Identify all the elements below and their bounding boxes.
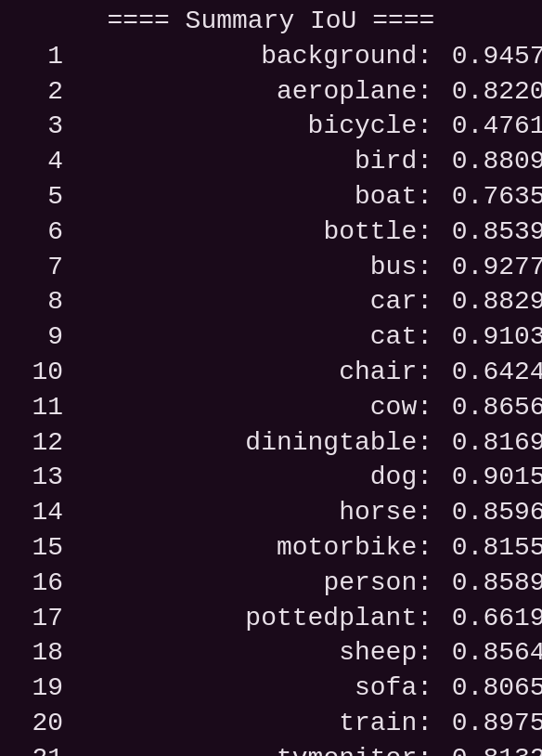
row-label: bird:	[63, 144, 432, 179]
row-value: 0.8065	[432, 671, 535, 706]
row-label: diningtable:	[63, 425, 432, 461]
table-row: 17pottedplant: 0.6619	[7, 601, 535, 636]
row-value: 0.8589	[432, 566, 535, 601]
row-number: 16	[7, 566, 63, 601]
terminal-output: ==== Summary IoU ==== 1background: 0.945…	[7, 4, 535, 756]
row-value: 0.6424	[432, 355, 535, 390]
table-row: 18sheep: 0.8564	[7, 635, 535, 671]
table-row: 7bus: 0.9277	[7, 250, 535, 285]
row-label: aeroplane:	[63, 74, 432, 110]
row-value: 0.8564	[432, 635, 535, 671]
row-label: motorbike:	[63, 530, 432, 566]
row-value: 0.9457	[432, 39, 535, 74]
row-number: 7	[7, 250, 63, 285]
row-number: 5	[7, 179, 63, 215]
row-label: sheep:	[63, 635, 432, 671]
table-row: 16person: 0.8589	[7, 566, 535, 601]
row-number: 14	[7, 495, 63, 530]
table-row: 8car: 0.8829	[7, 284, 535, 319]
row-number: 21	[7, 741, 63, 756]
table-row: 4bird: 0.8809	[7, 144, 535, 179]
row-value: 0.9103	[432, 319, 535, 355]
row-number: 1	[7, 39, 63, 74]
row-value: 0.9015	[432, 460, 535, 495]
row-label: sofa:	[63, 671, 432, 706]
row-number: 9	[7, 319, 63, 355]
row-value: 0.6619	[432, 601, 535, 636]
row-label: cow:	[63, 390, 432, 425]
row-number: 12	[7, 425, 63, 461]
row-number: 19	[7, 671, 63, 706]
row-label: bus:	[63, 250, 432, 285]
table-row: 15motorbike: 0.8155	[7, 530, 535, 566]
row-value: 0.8539	[432, 215, 535, 250]
table-row: 1background: 0.9457	[7, 39, 535, 74]
row-number: 13	[7, 460, 63, 495]
table-row: 5boat: 0.7635	[7, 179, 535, 215]
row-value: 0.8220	[432, 74, 535, 110]
row-number: 18	[7, 635, 63, 671]
row-number: 8	[7, 284, 63, 319]
row-value: 0.4761	[432, 109, 535, 144]
table-row: 19sofa: 0.8065	[7, 671, 535, 706]
row-value: 0.8656	[432, 390, 535, 425]
table-row: 11cow: 0.8656	[7, 390, 535, 425]
row-label: dog:	[63, 460, 432, 495]
row-number: 17	[7, 601, 63, 636]
row-label: bottle:	[63, 215, 432, 250]
row-value: 0.8975	[432, 706, 535, 741]
table-row: 2aeroplane: 0.8220	[7, 74, 535, 110]
row-label: train:	[63, 706, 432, 741]
row-label: background:	[63, 39, 432, 74]
row-number: 15	[7, 530, 63, 566]
row-number: 3	[7, 109, 63, 144]
table-row: 9cat: 0.9103	[7, 319, 535, 355]
table-row: 6bottle: 0.8539	[7, 215, 535, 250]
table-row: 10chair: 0.6424	[7, 355, 535, 390]
row-label: bicycle:	[63, 109, 432, 144]
row-number: 20	[7, 706, 63, 741]
row-number: 2	[7, 74, 63, 110]
row-label: person:	[63, 566, 432, 601]
row-label: tvmonitor:	[63, 741, 432, 756]
table-row: 12diningtable: 0.8169	[7, 425, 535, 461]
table-row: 3bicycle: 0.4761	[7, 109, 535, 144]
row-label: boat:	[63, 179, 432, 215]
row-value: 0.8169	[432, 425, 535, 461]
row-label: car:	[63, 284, 432, 319]
table-row: 20train: 0.8975	[7, 706, 535, 741]
row-value: 0.8155	[432, 530, 535, 566]
row-value: 0.8596	[432, 495, 535, 530]
row-label: pottedplant:	[63, 601, 432, 636]
row-label: horse:	[63, 495, 432, 530]
row-value: 0.8132	[432, 741, 535, 756]
row-number: 4	[7, 144, 63, 179]
row-value: 0.8829	[432, 284, 535, 319]
row-value: 0.7635	[432, 179, 535, 215]
row-value: 0.9277	[432, 250, 535, 285]
table-row: 14horse: 0.8596	[7, 495, 535, 530]
summary-header: ==== Summary IoU ====	[7, 4, 535, 39]
row-label: cat:	[63, 319, 432, 355]
row-number: 10	[7, 355, 63, 390]
row-number: 11	[7, 390, 63, 425]
row-value: 0.8809	[432, 144, 535, 179]
table-row: 21tvmonitor: 0.8132	[7, 741, 535, 756]
table-row: 13dog: 0.9015	[7, 460, 535, 495]
row-number: 6	[7, 215, 63, 250]
row-label: chair:	[63, 355, 432, 390]
